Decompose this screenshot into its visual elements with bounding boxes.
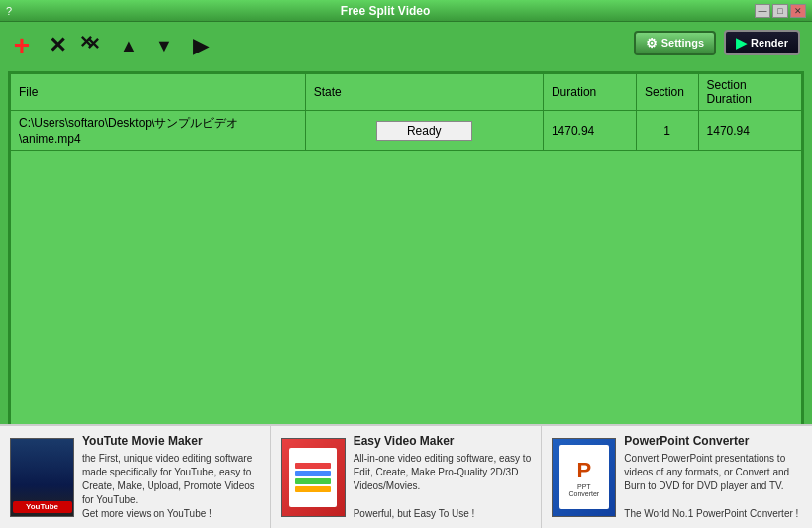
ad-ppt-thumb: P PPTConverter: [552, 438, 616, 517]
render-button[interactable]: ▶ Render: [724, 30, 800, 55]
remove-button[interactable]: ✕: [44, 32, 71, 59]
ad-youtube-thumb: YouTube: [10, 438, 74, 517]
cell-section: 1: [636, 111, 698, 151]
ad-youtube-content: YouTute Movie Maker the First, unique vi…: [82, 434, 260, 521]
file-table-container: File State Duration Section Section Dura…: [8, 71, 804, 438]
col-section: Section: [636, 74, 698, 111]
ad-ppt[interactable]: P PPTConverter PowerPoint Converter Conv…: [542, 426, 812, 528]
add-button[interactable]: +: [8, 32, 36, 59]
ad-ppt-text: Convert PowerPoint presentations to vide…: [624, 452, 802, 521]
window-title: Free Split Video: [16, 4, 755, 18]
cell-duration: 1470.94: [543, 111, 636, 151]
col-file: File: [11, 74, 306, 111]
cell-section-duration: 1470.94: [698, 111, 801, 151]
state-badge: Ready: [376, 121, 472, 141]
cell-state: Ready: [305, 111, 543, 151]
ad-easy-content: Easy Video Maker All-in-one video editin…: [354, 434, 532, 521]
ad-easy-title: Easy Video Maker: [354, 434, 532, 448]
ads-section: YouTube YouTute Movie Maker the First, u…: [0, 424, 812, 528]
ad-easy[interactable]: Easy Video Maker All-in-one video editin…: [271, 426, 543, 528]
ad-ppt-content: PowerPoint Converter Convert PowerPoint …: [624, 434, 802, 521]
render-play-icon: ▶: [736, 35, 747, 51]
col-state: State: [305, 74, 543, 111]
settings-label: Settings: [661, 37, 704, 49]
ad-ppt-title: PowerPoint Converter: [624, 434, 802, 448]
move-up-button[interactable]: ▲: [115, 32, 143, 59]
col-section-duration: Section Duration: [698, 74, 801, 111]
render-label: Render: [751, 37, 788, 49]
col-duration: Duration: [543, 74, 636, 111]
ad-youtube-title: YouTute Movie Maker: [82, 434, 260, 448]
settings-button[interactable]: ⚙ Settings: [634, 31, 716, 55]
ad-easy-thumb: [281, 438, 346, 517]
window-controls: — □ ✕: [755, 4, 806, 18]
title-bar: ? Free Split Video — □ ✕: [0, 0, 812, 22]
ad-youtube-text: the First, unique video editing software…: [82, 452, 260, 521]
file-table: File State Duration Section Section Dura…: [10, 73, 802, 438]
top-right-buttons: ⚙ Settings ▶ Render: [634, 30, 800, 55]
move-down-button[interactable]: ▼: [151, 32, 178, 59]
minimize-button[interactable]: —: [755, 4, 770, 18]
help-button[interactable]: ?: [6, 5, 12, 17]
remove-all-button[interactable]: ✕ ✕: [79, 32, 107, 59]
ad-youtube[interactable]: YouTube YouTute Movie Maker the First, u…: [0, 426, 271, 528]
main-area: + ✕ ✕ ✕ ▲ ▼ ▶ ⚙ Settings ▶ Render File S…: [0, 22, 812, 444]
table-row[interactable]: C:\Users\softaro\Desktop\サンプルビデオ\anime.m…: [11, 111, 802, 151]
ad-easy-text: All-in-one video editing software, easy …: [354, 452, 532, 521]
gear-icon: ⚙: [646, 36, 658, 51]
maximize-button[interactable]: □: [772, 4, 788, 18]
play-button[interactable]: ▶: [186, 32, 214, 59]
close-button[interactable]: ✕: [790, 4, 806, 18]
cell-file: C:\Users\softaro\Desktop\サンプルビデオ\anime.m…: [11, 111, 306, 151]
